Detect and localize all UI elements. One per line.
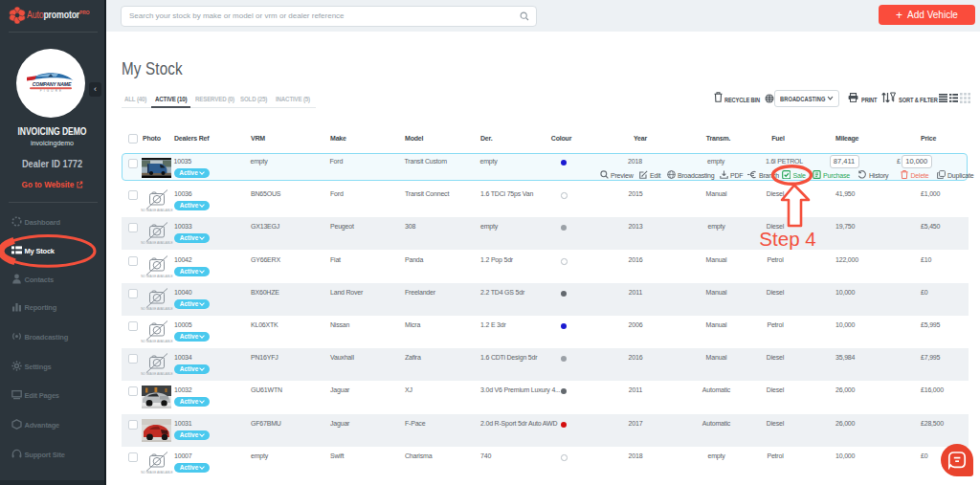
svg-text:NO IMAGE AVAILABLE: NO IMAGE AVAILABLE: [141, 471, 172, 474]
svg-text:COMPANY NAME: COMPANY NAME: [33, 81, 72, 87]
svg-text:NO IMAGE AVAILABLE: NO IMAGE AVAILABLE: [141, 340, 172, 343]
svg-text:NO IMAGE AVAILABLE: NO IMAGE AVAILABLE: [141, 241, 172, 245]
svg-text:FIGURE: FIGURE: [40, 89, 64, 93]
svg-text:NO IMAGE AVAILABLE: NO IMAGE AVAILABLE: [141, 372, 172, 376]
svg-text:NO IMAGE AVAILABLE: NO IMAGE AVAILABLE: [141, 307, 172, 311]
svg-text:NO IMAGE AVAILABLE: NO IMAGE AVAILABLE: [141, 209, 172, 212]
svg-text:NO IMAGE AVAILABLE: NO IMAGE AVAILABLE: [141, 275, 172, 278]
svg-text:Step 4: Step 4: [759, 228, 815, 250]
